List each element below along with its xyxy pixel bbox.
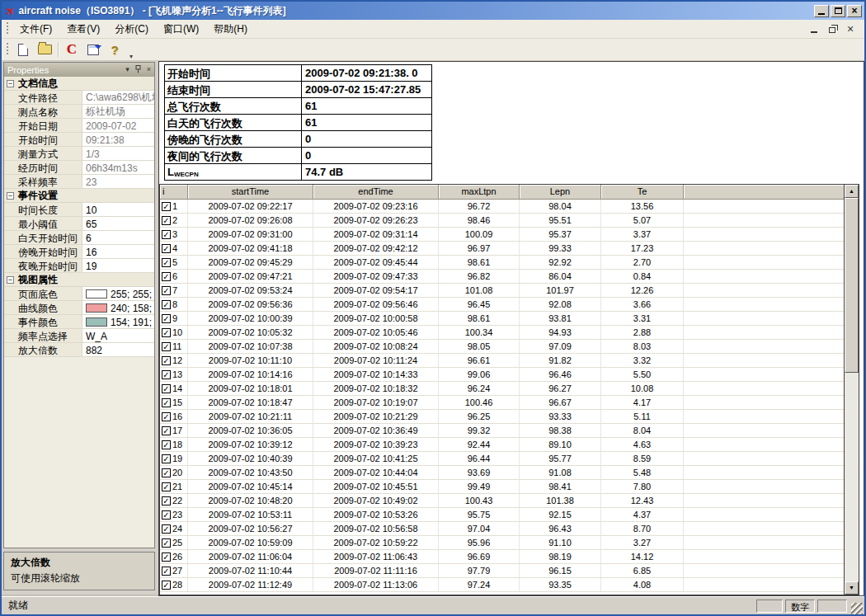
collapse-icon[interactable]: −	[7, 80, 14, 87]
resize-grip-icon[interactable]	[851, 603, 863, 614]
panel-dropdown-icon[interactable]: ▾	[125, 66, 129, 73]
open-file-button[interactable]	[35, 40, 54, 59]
event-row[interactable]: ✓52009-07-02 09:45:292009-07-02 09:45:44…	[160, 256, 844, 270]
scrollbar-track[interactable]	[845, 198, 859, 581]
mdi-restore-button[interactable]	[826, 24, 838, 35]
menu-item-0[interactable]: 文件(F)	[12, 20, 59, 39]
row-checkbox[interactable]: ✓	[162, 482, 171, 491]
event-row[interactable]: ✓122009-07-02 10:11:102009-07-02 10:11:2…	[160, 354, 844, 368]
property-value[interactable]: C:\awa6298\机场	[82, 91, 154, 104]
event-row[interactable]: ✓172009-07-02 10:36:052009-07-02 10:36:4…	[160, 424, 844, 438]
event-row[interactable]: ✓272009-07-02 11:10:442009-07-02 11:11:1…	[160, 564, 844, 578]
property-value[interactable]: 09:21:38	[82, 133, 154, 146]
row-checkbox[interactable]: ✓	[162, 356, 171, 365]
row-checkbox[interactable]: ✓	[162, 524, 171, 534]
event-row[interactable]: ✓252009-07-02 10:59:092009-07-02 10:59:2…	[160, 536, 844, 550]
row-checkbox[interactable]: ✓	[162, 398, 171, 407]
property-value[interactable]: 10	[82, 203, 154, 216]
row-checkbox[interactable]: ✓	[162, 216, 171, 225]
property-value[interactable]: 6	[82, 231, 154, 244]
event-row[interactable]: ✓82009-07-02 09:56:362009-07-02 09:56:46…	[160, 298, 844, 312]
row-checkbox[interactable]: ✓	[162, 286, 171, 295]
property-value[interactable]: 154; 191; 18	[82, 315, 154, 328]
row-checkbox[interactable]: ✓	[162, 510, 171, 520]
property-value[interactable]: 2009-07-02	[82, 119, 154, 132]
property-value[interactable]: 240; 158; 15	[82, 301, 154, 314]
row-checkbox[interactable]: ✓	[162, 454, 171, 463]
row-checkbox[interactable]: ✓	[162, 202, 171, 211]
scrollbar-thumb[interactable]	[845, 198, 859, 373]
row-checkbox[interactable]: ✓	[162, 440, 171, 449]
properties-button[interactable]	[83, 40, 103, 59]
event-row[interactable]: ✓102009-07-02 10:05:322009-07-02 10:05:4…	[160, 326, 844, 340]
event-row[interactable]: ✓32009-07-02 09:31:002009-07-02 09:31:14…	[160, 228, 844, 242]
column-header-i[interactable]: i	[160, 185, 188, 200]
property-value[interactable]: 1/3	[82, 147, 154, 160]
event-row[interactable]: ✓12009-07-02 09:22:172009-07-02 09:23:16…	[160, 200, 844, 214]
panel-close-icon[interactable]: ×	[147, 66, 151, 73]
event-row[interactable]: ✓72009-07-02 09:53:242009-07-02 09:54:17…	[160, 284, 844, 298]
row-checkbox[interactable]: ✓	[162, 567, 171, 576]
row-checkbox[interactable]: ✓	[162, 581, 171, 590]
row-checkbox[interactable]: ✓	[162, 328, 171, 337]
column-header-endTime[interactable]: endTime	[313, 185, 439, 200]
event-row[interactable]: ✓142009-07-02 10:18:012009-07-02 10:18:3…	[160, 382, 844, 396]
property-section-header-2[interactable]: −视图属性	[4, 273, 154, 287]
collapse-icon[interactable]: −	[7, 192, 14, 200]
menu-item-3[interactable]: 窗口(W)	[156, 20, 206, 39]
event-row[interactable]: ✓112009-07-02 10:07:382009-07-02 10:08:2…	[160, 340, 844, 354]
row-checkbox[interactable]: ✓	[162, 468, 171, 477]
help-button[interactable]: ?	[105, 40, 125, 59]
event-row[interactable]: ✓262009-07-02 11:06:042009-07-02 11:06:4…	[160, 550, 844, 564]
row-checkbox[interactable]: ✓	[162, 300, 171, 309]
event-row[interactable]: ✓222009-07-02 10:48:202009-07-02 10:49:0…	[160, 494, 844, 508]
row-checkbox[interactable]: ✓	[162, 342, 171, 351]
toolbar-overflow-button[interactable]: ▾	[127, 54, 135, 60]
column-header-Lepn[interactable]: Lepn	[520, 185, 601, 200]
event-row[interactable]: ✓42009-07-02 09:41:182009-07-02 09:42:12…	[160, 242, 844, 256]
maximize-button[interactable]	[831, 5, 845, 17]
column-header-startTime[interactable]: startTime	[188, 185, 313, 200]
minimize-button[interactable]	[814, 5, 829, 17]
property-value[interactable]: 65	[82, 217, 154, 230]
row-checkbox[interactable]: ✓	[162, 412, 171, 421]
event-row[interactable]: ✓242009-07-02 10:56:272009-07-02 10:56:5…	[160, 522, 844, 536]
column-header-Te[interactable]: Te	[601, 185, 684, 200]
row-checkbox[interactable]: ✓	[162, 230, 171, 239]
panel-pin-icon[interactable]	[134, 65, 142, 75]
row-checkbox[interactable]: ✓	[162, 384, 171, 393]
scroll-up-button[interactable]: ▲	[845, 185, 859, 198]
menu-item-2[interactable]: 分析(C)	[107, 20, 156, 39]
property-value[interactable]: 06h34m13s	[82, 161, 154, 174]
row-checkbox[interactable]: ✓	[162, 553, 171, 562]
row-checkbox[interactable]: ✓	[162, 496, 171, 505]
property-value[interactable]: 19	[82, 259, 154, 272]
row-checkbox[interactable]: ✓	[162, 538, 171, 548]
property-value[interactable]: 23	[82, 175, 154, 188]
property-value[interactable]: 255; 255; 25	[82, 287, 154, 300]
menubar-grip[interactable]	[6, 22, 10, 35]
row-checkbox[interactable]: ✓	[162, 314, 171, 323]
event-row[interactable]: ✓202009-07-02 10:43:502009-07-02 10:44:0…	[160, 466, 844, 480]
menu-item-1[interactable]: 查看(V)	[59, 20, 107, 39]
new-document-button[interactable]	[13, 40, 33, 59]
scroll-down-button[interactable]: ▼	[845, 581, 859, 595]
row-checkbox[interactable]: ✓	[162, 272, 171, 281]
toolbar-grip[interactable]	[6, 43, 10, 56]
property-section-header-0[interactable]: −文档信息	[4, 77, 154, 91]
event-row[interactable]: ✓92009-07-02 10:00:392009-07-02 10:00:58…	[160, 312, 844, 326]
row-checkbox[interactable]: ✓	[162, 370, 171, 379]
event-row[interactable]: ✓282009-07-02 11:12:492009-07-02 11:13:0…	[160, 578, 844, 592]
menu-item-4[interactable]: 帮助(H)	[206, 20, 255, 39]
column-header-maxLtpn[interactable]: maxLtpn	[439, 185, 520, 200]
event-row[interactable]: ✓22009-07-02 09:26:082009-07-02 09:26:23…	[160, 214, 844, 228]
mdi-close-button[interactable]: ×	[845, 24, 856, 35]
mdi-minimize-button[interactable]	[808, 24, 820, 35]
event-row[interactable]: ✓182009-07-02 10:39:122009-07-02 10:39:2…	[160, 438, 844, 452]
property-value[interactable]: 882	[82, 343, 154, 356]
event-row[interactable]: ✓132009-07-02 10:14:162009-07-02 10:14:3…	[160, 368, 844, 382]
event-row[interactable]: ✓212009-07-02 10:45:142009-07-02 10:45:5…	[160, 480, 844, 494]
vertical-scrollbar[interactable]: ▲ ▼	[844, 185, 859, 595]
property-section-header-1[interactable]: −事件设置	[4, 189, 154, 203]
collapse-icon[interactable]: −	[7, 276, 14, 284]
